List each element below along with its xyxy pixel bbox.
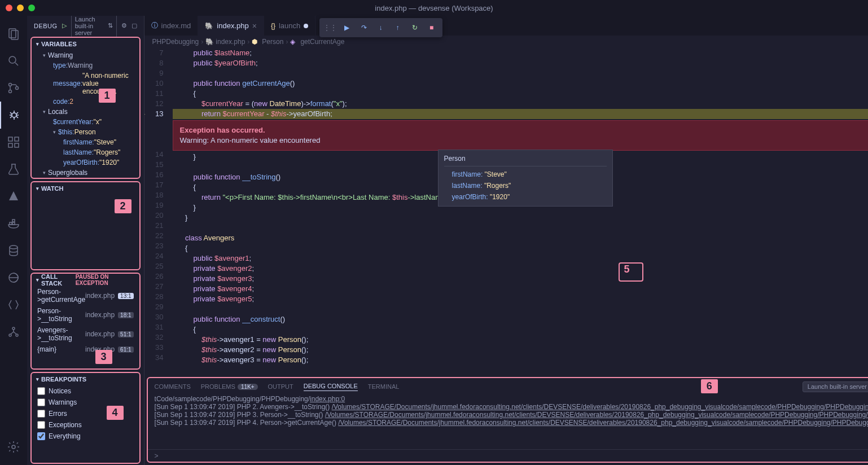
variable-row[interactable]: ▾Locals	[32, 107, 139, 117]
explorer-icon[interactable]	[0, 20, 27, 47]
code-line[interactable]: {	[173, 324, 868, 335]
variable-row[interactable]: ▾$this: Person	[32, 127, 139, 137]
console-filter-select[interactable]: Launch built-in server (PH ⇅	[803, 381, 868, 392]
variable-row[interactable]: yearOfBirth: "1920"	[32, 157, 139, 168]
variable-row[interactable]: ▾Superglobals	[32, 168, 139, 178]
tab-terminal[interactable]: TERMINAL	[368, 383, 400, 390]
code-line[interactable]: public function __construct()	[173, 314, 868, 324]
continue-button[interactable]: ▶	[340, 20, 354, 35]
debug-hover-tooltip: Person firstName: "Steve"lastName: "Roge…	[438, 150, 613, 207]
code-line[interactable]: $this->avenger1 = new Person();	[173, 335, 868, 345]
php-file-icon: 🐘	[205, 38, 213, 46]
launch-config-select[interactable]: Launch built-in server ⇅	[71, 14, 117, 38]
callstack-row[interactable]: Person->__toStringindex.php18:1	[32, 305, 139, 324]
code-line[interactable]: {	[173, 89, 868, 99]
code-line[interactable]: class Avengers	[173, 233, 868, 243]
tab-debug-console[interactable]: DEBUG CONSOLE	[304, 383, 358, 391]
remote-icon[interactable]	[0, 291, 27, 318]
callstack-header[interactable]: ▾ CALL STACK PAUSED ON EXCEPTION	[32, 274, 139, 286]
editor-tab[interactable]: ⓘindex.md	[144, 16, 199, 36]
variable-row[interactable]: type: Warning	[32, 60, 139, 71]
close-window-button[interactable]	[6, 5, 12, 11]
code-line[interactable]: public function getCurrentAge()	[173, 78, 868, 89]
breakpoint-checkbox[interactable]	[37, 398, 45, 406]
activity-bar	[0, 16, 27, 465]
code-line[interactable]: public $yearOfBirth;	[173, 58, 868, 68]
debug-toolbar[interactable]: ⋮⋮ ▶ ↷ ↓ ↑ ↻ ■	[319, 18, 442, 37]
start-debug-icon[interactable]: ▷	[62, 22, 67, 29]
code-line[interactable]: $this->avenger2 = new Person();	[173, 345, 868, 355]
step-out-button[interactable]: ↑	[391, 20, 405, 35]
code-line[interactable]: $currentYear = (new DateTime)->format("x…	[173, 99, 868, 109]
grip-icon[interactable]: ⋮⋮	[323, 20, 337, 35]
extensions-icon[interactable]	[0, 129, 27, 156]
database-icon[interactable]	[0, 237, 27, 264]
variable-row[interactable]: ▾Warning	[32, 50, 139, 60]
code-line[interactable]: return $currentYear - $this->yearOfBirth…	[173, 109, 868, 119]
variable-row[interactable]: firstName: "Steve"	[32, 137, 139, 147]
callstack-row[interactable]: Avengers->__toStringindex.php51:1	[32, 324, 139, 344]
search-icon[interactable]	[0, 47, 27, 74]
breakpoint-checkbox[interactable]	[37, 387, 45, 395]
code-line[interactable]	[173, 223, 868, 233]
stop-button[interactable]: ■	[424, 20, 439, 35]
restart-button[interactable]: ↻	[407, 20, 422, 35]
tab-comments[interactable]: COMMENTS	[155, 383, 191, 390]
breakpoints-header[interactable]: ▾ BREAKPOINTS	[32, 373, 139, 385]
code-line[interactable]: $this->avenger3 = new Person();	[173, 355, 868, 365]
debug-sidebar: DEBUG ▷ Launch built-in server ⇅ ⚙ ▢ ▾ V…	[27, 16, 144, 465]
code-line[interactable]: private $avenger5;	[173, 294, 868, 304]
svg-point-2	[9, 56, 16, 63]
breakpoint-checkbox[interactable]	[37, 432, 45, 440]
variable-row[interactable]: code: 2	[32, 96, 139, 107]
code-line[interactable]: }	[173, 213, 868, 223]
editor-tab[interactable]: 🐘index.php×	[198, 16, 264, 36]
code-line[interactable]: private $avenger4;	[173, 284, 868, 294]
breadcrumb[interactable]: PHPDebugging› 🐘 index.php› ⬢ Person› ◈ g…	[144, 36, 868, 48]
console-output[interactable]: tCode/samplecode/PHPDebugging/PHPDebuggi…	[148, 395, 868, 449]
code-line[interactable]: public $avenger1;	[173, 253, 868, 264]
code-line[interactable]: public $lastName;	[173, 48, 868, 58]
source-control-icon[interactable]	[0, 74, 27, 102]
svg-point-6	[16, 87, 19, 90]
code-line[interactable]	[173, 304, 868, 314]
tab-problems[interactable]: PROBLEMS 11K+	[201, 383, 258, 390]
breakpoint-row[interactable]: Exceptions	[32, 419, 139, 431]
maximize-window-button[interactable]	[28, 5, 35, 11]
callstack-row[interactable]: Person->getCurrentAgeindex.php13:1	[32, 286, 139, 305]
variables-panel: ▾ VARIABLES ▾Warningtype: Warningmessage…	[30, 37, 141, 179]
testing-icon[interactable]	[0, 156, 27, 183]
live-share-icon[interactable]	[0, 264, 27, 291]
variable-row[interactable]: message: "A non-numeric value encounte…	[32, 71, 139, 96]
azure-icon[interactable]	[0, 183, 27, 210]
editor-tab[interactable]: {}launch	[264, 16, 315, 36]
callstack-row[interactable]: {main}index.php61:1	[32, 344, 139, 355]
breakpoint-checkbox[interactable]	[37, 421, 45, 429]
code-line[interactable]: {	[173, 243, 868, 253]
chevron-down-icon: ▾	[36, 41, 39, 47]
debug-console-icon[interactable]: ▢	[131, 22, 137, 29]
debug-icon[interactable]	[0, 102, 27, 129]
git-graph-icon[interactable]	[0, 318, 27, 345]
settings-gear-icon[interactable]	[0, 433, 27, 460]
tab-output[interactable]: OUTPUT	[268, 383, 293, 390]
variable-row[interactable]: $currentYear: "x"	[32, 117, 139, 127]
variables-header[interactable]: ▾ VARIABLES	[32, 38, 139, 50]
code-line[interactable]	[173, 68, 868, 78]
minimize-window-button[interactable]	[17, 5, 24, 11]
svg-point-18	[9, 334, 11, 336]
console-input[interactable]: >	[148, 449, 868, 462]
config-gear-icon[interactable]: ⚙	[121, 22, 127, 29]
breakpoint-row[interactable]: Notices	[32, 385, 139, 397]
step-over-button[interactable]: ↷	[357, 20, 371, 35]
breakpoint-checkbox[interactable]	[37, 410, 45, 418]
breakpoint-row[interactable]: Everything	[32, 431, 139, 442]
variable-row[interactable]: lastName: "Rogers"	[32, 147, 139, 157]
docker-icon[interactable]	[0, 210, 27, 237]
chevron-down-icon: ▾	[36, 277, 39, 283]
code-line[interactable]: private $avenger2;	[173, 264, 868, 274]
watch-header[interactable]: ▾ WATCH	[32, 182, 139, 195]
code-line[interactable]: private $avenger3;	[173, 274, 868, 284]
code-editor[interactable]: 789101112▷ 13141516171819202122232425262…	[144, 48, 868, 376]
step-into-button[interactable]: ↓	[374, 20, 388, 35]
